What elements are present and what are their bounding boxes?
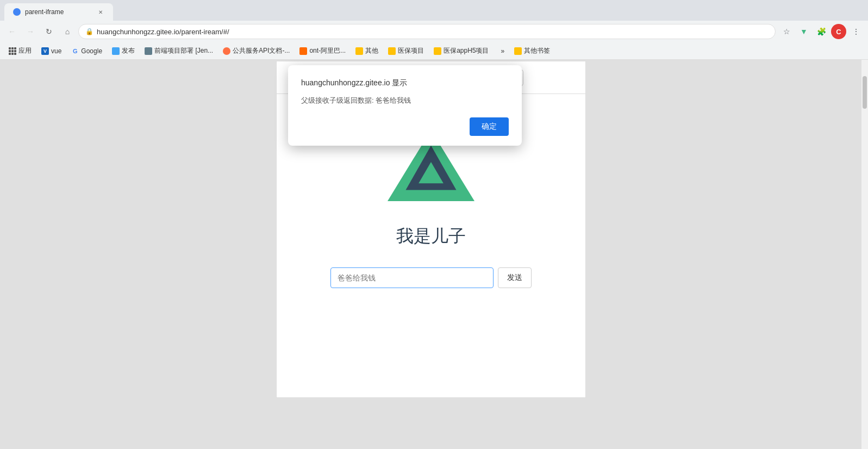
alert-ok-button[interactable]: 确定 [470, 117, 509, 136]
alert-message: 父级接收子级返回数据: 爸爸给我钱 [301, 96, 509, 105]
scrollbar-thumb[interactable] [863, 76, 867, 109]
api-favicon [223, 47, 230, 55]
reload-button[interactable]: ↻ [41, 24, 57, 39]
other-bookmarks-label: 其他书签 [524, 46, 550, 55]
bookmark-vue-label: vue [51, 47, 61, 55]
lock-icon: 🔒 [85, 28, 93, 35]
address-bar[interactable]: 🔒 huangchunhongzz.gitee.io/parent-iream/… [78, 24, 776, 39]
bookmark-alibaba[interactable]: ont-阿里巴... [295, 45, 350, 58]
browser-frame: parent-iframe ✕ ← → ↻ ⌂ 🔒 huangchunhongz… [0, 0, 868, 449]
bookmark-vue[interactable]: V vue [37, 45, 66, 58]
bookmark-frontend-label: 前端项目部署 [Jen... [154, 46, 213, 55]
alibaba-favicon [299, 47, 307, 55]
publish-favicon [112, 47, 120, 55]
bookmark-star-icon[interactable]: ☆ [779, 24, 794, 39]
bookmark-other-bookmarks[interactable]: 其他书签 [510, 45, 554, 58]
back-button[interactable]: ← [4, 24, 20, 39]
bookmark-medical-h5[interactable]: 医保appH5项目 [429, 45, 493, 58]
scrollbar[interactable] [861, 60, 868, 449]
child-title: 我是儿子 [396, 224, 466, 248]
tab-bar: parent-iframe ✕ [0, 0, 868, 21]
google-favicon: G [71, 47, 79, 55]
bookmark-medical-h5-label: 医保appH5项目 [444, 46, 489, 55]
vue-extension-icon[interactable]: ▼ [796, 24, 811, 39]
other-favicon [355, 47, 363, 55]
vue-favicon: V [41, 47, 49, 55]
bookmark-api[interactable]: 公共服务API文档-... [218, 45, 294, 58]
page-content: 发送 我是儿子 发送 [0, 60, 868, 449]
address-bar-row: ← → ↻ ⌂ 🔒 huangchunhongzz.gitee.io/paren… [0, 21, 868, 42]
other-bookmarks-favicon [514, 47, 522, 55]
medical-favicon [388, 47, 396, 55]
alert-dialog: huangchunhongzz.gitee.io 显示 父级接收子级返回数据: … [288, 65, 522, 146]
child-message-input[interactable] [330, 267, 494, 288]
bookmark-api-label: 公共服务API文档-... [233, 46, 290, 55]
active-tab[interactable]: parent-iframe ✕ [4, 3, 113, 21]
bookmark-apps[interactable]: 应用 [4, 45, 36, 58]
tab-close[interactable]: ✕ [97, 8, 104, 16]
bookmark-google[interactable]: G Google [67, 45, 107, 58]
user-avatar[interactable]: C [831, 24, 846, 39]
bookmark-other-label: 其他 [365, 46, 378, 55]
bookmark-frontend[interactable]: 前端项目部署 [Jen... [140, 45, 217, 58]
home-button[interactable]: ⌂ [60, 24, 75, 39]
bookmark-medical-label: 医保项目 [398, 46, 424, 55]
alert-button-row: 确定 [301, 117, 509, 136]
bookmark-apps-label: 应用 [18, 46, 32, 55]
child-input-row: 发送 [330, 267, 532, 288]
tab-favicon [13, 8, 21, 16]
bookmark-medical[interactable]: 医保项目 [384, 45, 428, 58]
bookmark-publish-label: 发布 [122, 46, 135, 55]
url-text: huangchunhongzz.gitee.io/parent-iream/#/ [97, 28, 229, 36]
extensions-icon[interactable]: 🧩 [814, 24, 829, 39]
medical-h5-favicon [434, 47, 441, 55]
bookmark-more[interactable]: » [497, 45, 509, 58]
menu-icon[interactable]: ⋮ [848, 24, 864, 39]
bookmark-other[interactable]: 其他 [351, 45, 383, 58]
toolbar-icons: ☆ ▼ 🧩 C ⋮ [779, 24, 864, 39]
apps-grid-icon [9, 47, 16, 55]
bookmark-google-label: Google [81, 47, 102, 55]
tab-title: parent-iframe [25, 8, 64, 16]
bookmark-publish[interactable]: 发布 [108, 45, 139, 58]
alert-title: huangchunhongzz.gitee.io 显示 [301, 78, 509, 88]
frontend-favicon [145, 47, 152, 55]
bookmark-alibaba-label: ont-阿里巴... [309, 46, 346, 55]
child-send-button[interactable]: 发送 [498, 267, 532, 288]
forward-button[interactable]: → [23, 24, 38, 39]
bookmarks-bar: 应用 V vue G Google 发布 前端项目部署 [Jen... 公共服务… [0, 42, 868, 60]
